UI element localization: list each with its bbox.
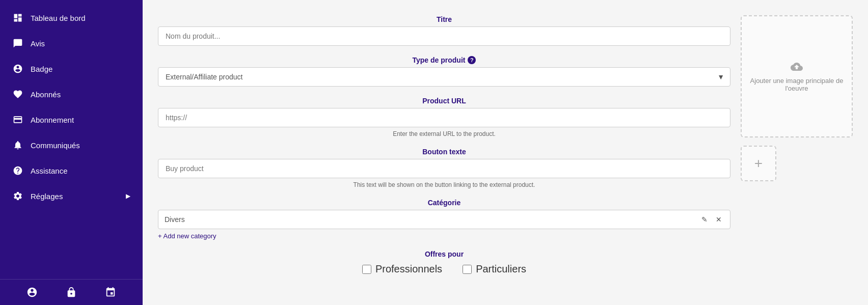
product-url-label: Product URL xyxy=(158,97,730,105)
offres-pour-label: Offres pour xyxy=(158,250,730,258)
communiques-icon xyxy=(12,140,23,151)
arrow-icon: ▶ xyxy=(126,192,130,200)
sidebar-item-label: Abonnement xyxy=(31,116,74,124)
sidebar-item-communiques[interactable]: Communiqués xyxy=(0,132,143,158)
offres-checkboxes: Professionnels Particuliers xyxy=(158,263,730,275)
type-produit-label: Type de produit ? xyxy=(158,56,730,64)
titre-input[interactable] xyxy=(158,26,730,46)
titre-label: Titre xyxy=(158,15,730,23)
sidebar-item-label: Communiqués xyxy=(31,141,80,150)
sidebar-item-label: Avis xyxy=(31,39,45,48)
titre-group: Titre xyxy=(158,15,730,46)
sidebar-item-avis[interactable]: Avis xyxy=(0,31,143,56)
thumbnail-image-upload[interactable]: + xyxy=(741,146,776,181)
product-url-group: Product URL Enter the external URL to th… xyxy=(158,97,730,137)
offre-particuliers-checkbox[interactable] xyxy=(463,265,472,274)
sidebar-item-label: Assistance xyxy=(31,167,68,175)
sidebar-item-abonnement[interactable]: Abonnement xyxy=(0,107,143,132)
sidebar-item-label: Badge xyxy=(31,65,52,73)
form-area: Titre Type de produit ? External/Affilia… xyxy=(158,15,730,295)
reglages-icon xyxy=(12,190,23,202)
sidebar-item-abonnes[interactable]: Abonnés xyxy=(0,81,143,107)
bottom-icon-2[interactable] xyxy=(66,287,77,298)
categorie-group: Catégorie Divers ✎ ✕ + Add new category xyxy=(158,199,730,240)
sidebar-item-label: Abonnés xyxy=(31,90,61,99)
sidebar: Tableau de bord Avis Badge Abonnés xyxy=(0,0,143,305)
bouton-texte-group: Bouton texte This text will be shown on … xyxy=(158,148,730,188)
sidebar-bottom-bar xyxy=(0,279,143,305)
product-url-input[interactable] xyxy=(158,108,730,127)
categorie-field: Divers ✎ ✕ xyxy=(158,210,730,229)
dashboard-icon xyxy=(12,12,23,23)
sidebar-item-badge[interactable]: Badge xyxy=(0,56,143,81)
main-image-upload-label: Ajouter une image principale de l'oeuvre xyxy=(747,77,847,92)
abonnement-icon xyxy=(12,114,23,125)
assistance-icon xyxy=(12,165,23,176)
offre-professionnels[interactable]: Professionnels xyxy=(362,263,442,275)
categorie-edit-button[interactable]: ✎ xyxy=(699,214,710,225)
main-content: Titre Type de produit ? External/Affilia… xyxy=(143,0,868,305)
sidebar-item-assistance[interactable]: Assistance xyxy=(0,158,143,183)
offre-particuliers[interactable]: Particuliers xyxy=(463,263,526,275)
avis-icon xyxy=(12,38,23,49)
sidebar-item-tableau-de-bord[interactable]: Tableau de bord xyxy=(0,5,143,31)
categorie-label: Catégorie xyxy=(158,199,730,207)
bottom-icon-1[interactable] xyxy=(26,287,38,298)
add-category-link[interactable]: + Add new category xyxy=(158,232,730,240)
bouton-texte-input[interactable] xyxy=(158,159,730,178)
type-help-icon[interactable]: ? xyxy=(468,56,476,64)
categorie-value: Divers xyxy=(165,215,699,224)
offre-professionnels-checkbox[interactable] xyxy=(362,265,371,274)
type-select-wrapper: External/Affiliate product Simple produc… xyxy=(158,67,730,87)
abonnes-icon xyxy=(12,89,23,100)
categorie-actions: ✎ ✕ xyxy=(699,214,724,225)
type-produit-select[interactable]: External/Affiliate product Simple produc… xyxy=(158,67,730,87)
bouton-texte-label: Bouton texte xyxy=(158,148,730,156)
right-panel: Ajouter une image principale de l'oeuvre… xyxy=(741,15,853,295)
badge-icon xyxy=(12,63,23,74)
thumb-plus-icon: + xyxy=(754,156,763,171)
sidebar-item-reglages[interactable]: Réglages ▶ xyxy=(0,183,143,209)
product-url-hint: Enter the external URL to the product. xyxy=(158,130,730,137)
bottom-icon-3[interactable] xyxy=(105,287,116,298)
offre-particuliers-label: Particuliers xyxy=(476,263,526,275)
type-produit-group: Type de produit ? External/Affiliate pro… xyxy=(158,56,730,87)
offres-pour-group: Offres pour Professionnels Particuliers xyxy=(158,250,730,275)
sidebar-item-label: Tableau de bord xyxy=(31,14,86,22)
bouton-texte-hint: This text will be shown on the button li… xyxy=(158,181,730,188)
categorie-remove-button[interactable]: ✕ xyxy=(714,214,724,225)
offre-professionnels-label: Professionnels xyxy=(375,263,442,275)
main-image-upload[interactable]: Ajouter une image principale de l'oeuvre xyxy=(741,15,853,137)
sidebar-item-label: Réglages xyxy=(31,192,63,201)
